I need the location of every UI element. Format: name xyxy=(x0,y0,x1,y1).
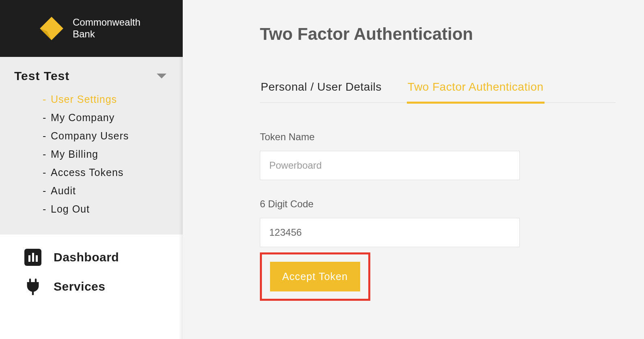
user-display-name: Test Test xyxy=(14,69,69,83)
main-nav: Dashboard Services xyxy=(0,235,183,301)
user-menu-audit[interactable]: -Audit xyxy=(43,182,171,200)
svg-marker-0 xyxy=(40,17,63,40)
sidebar: Commonwealth Bank Test Test -User Settin… xyxy=(0,0,183,339)
page-title: Two Factor Authentication xyxy=(260,24,616,44)
user-menu-company-users[interactable]: -Company Users xyxy=(43,127,171,145)
user-menu-label: Audit xyxy=(51,185,76,197)
code-label: 6 Digit Code xyxy=(260,198,616,210)
chevron-down-icon xyxy=(157,74,166,78)
token-name-input[interactable] xyxy=(260,151,520,180)
user-menu: -User Settings -My Company -Company User… xyxy=(12,90,171,218)
brand-name-line2: Bank xyxy=(73,28,140,40)
code-input[interactable] xyxy=(260,218,520,247)
user-dropdown-toggle[interactable]: Test Test xyxy=(12,69,171,90)
user-menu-access-tokens[interactable]: -Access Tokens xyxy=(43,163,171,182)
nav-services-label: Services xyxy=(54,280,105,293)
nav-dashboard-label: Dashboard xyxy=(54,250,119,264)
two-factor-form: Token Name 6 Digit Code Accept Token xyxy=(260,103,616,301)
brand-name-line1: Commonwealth xyxy=(73,17,140,28)
accept-token-button[interactable]: Accept Token xyxy=(270,262,360,291)
user-menu-label: My Billing xyxy=(51,148,98,160)
brand-name: Commonwealth Bank xyxy=(73,17,140,40)
user-menu-label: User Settings xyxy=(51,93,117,105)
accept-token-highlight: Accept Token xyxy=(260,252,370,301)
token-name-label: Token Name xyxy=(260,131,616,143)
user-menu-label: Log Out xyxy=(51,203,90,215)
user-menu-user-settings[interactable]: -User Settings xyxy=(43,90,171,109)
nav-services[interactable]: Services xyxy=(0,272,183,301)
user-menu-my-company[interactable]: -My Company xyxy=(43,109,171,127)
user-menu-label: Company Users xyxy=(51,130,129,142)
tabs: Personal / User Details Two Factor Authe… xyxy=(260,80,616,103)
user-section: Test Test -User Settings -My Company -Co… xyxy=(0,57,183,235)
user-menu-my-billing[interactable]: -My Billing xyxy=(43,145,171,163)
tab-personal-details[interactable]: Personal / User Details xyxy=(260,80,383,104)
plug-icon xyxy=(24,278,41,295)
dashboard-icon xyxy=(24,249,41,266)
tab-two-factor-auth[interactable]: Two Factor Authentication xyxy=(407,80,545,104)
nav-dashboard[interactable]: Dashboard xyxy=(0,243,183,272)
user-menu-label: Access Tokens xyxy=(51,167,123,178)
user-menu-label: My Company xyxy=(51,112,115,124)
main-content: Two Factor Authentication Personal / Use… xyxy=(183,0,644,339)
brand-header: Commonwealth Bank xyxy=(0,0,183,57)
commonwealth-bank-logo-icon xyxy=(39,15,65,41)
user-menu-log-out[interactable]: -Log Out xyxy=(43,200,171,218)
